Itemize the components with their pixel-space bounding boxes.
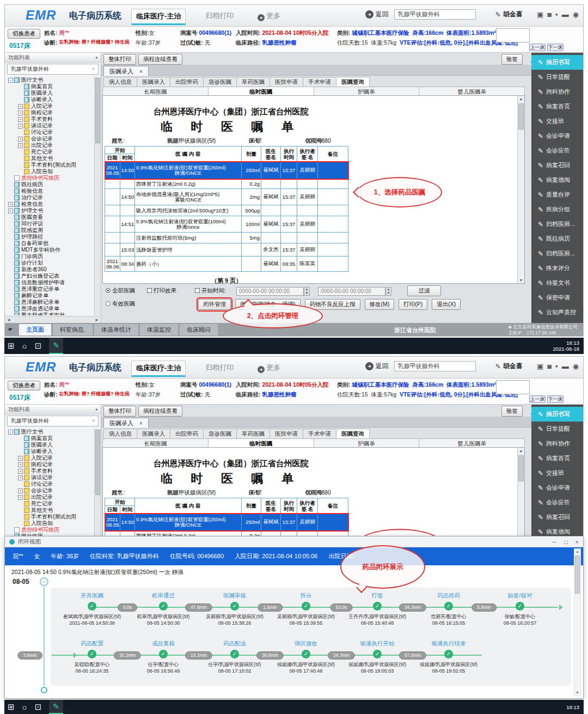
tree-item[interactable]: +手术资料 bbox=[6, 468, 94, 474]
tree-item[interactable]: 产妇分娩登记表 bbox=[6, 273, 94, 279]
status-tab[interactable]: 体温监控 bbox=[140, 324, 178, 335]
inner-tab[interactable]: 手术申请 bbox=[303, 429, 336, 440]
right-menu-item[interactable]: ✎归档医师... bbox=[531, 217, 584, 231]
cortana-icon[interactable]: ○ bbox=[22, 341, 27, 351]
prev-bed-button[interactable]: 上一床 bbox=[529, 395, 546, 403]
emr-app-taskbar-icon[interactable]: ✎ bbox=[49, 700, 63, 714]
back-button[interactable]: ◄ 返回 bbox=[365, 362, 389, 371]
department-dropdown[interactable]: 乳腺甲状腺外科 ˄ bbox=[7, 416, 99, 426]
twisty-icon[interactable]: + bbox=[18, 462, 23, 467]
tree-item[interactable]: 信息数据维护申请 bbox=[6, 279, 94, 286]
scrollbar-thumb[interactable] bbox=[575, 556, 580, 594]
checkbox-print-effect[interactable]: 打印效果 bbox=[147, 287, 176, 295]
tree-item[interactable]: 入院告知 bbox=[6, 520, 94, 527]
tree-item[interactable]: 手术资料(测试勿用 bbox=[6, 514, 94, 520]
tree-item[interactable]: 恩泽重症记录单 bbox=[6, 286, 94, 292]
loop-window-scrollbar[interactable]: ▲ ▼ bbox=[574, 548, 581, 695]
tab-order-entry[interactable]: 医嘱录入 × bbox=[103, 66, 149, 76]
right-menu-item[interactable]: ✎质量自评 bbox=[531, 187, 584, 202]
right-menu-item[interactable]: ✎会诊申请 bbox=[531, 129, 584, 143]
next-bed-button[interactable]: 下一床 bbox=[547, 395, 564, 403]
action-button-修改(M)[interactable]: 修改(M) bbox=[365, 299, 395, 310]
scrollbar-thumb[interactable] bbox=[95, 78, 100, 143]
status-tab[interactable]: 临床顾问 bbox=[180, 324, 218, 335]
window-icon[interactable]: ▣ bbox=[537, 362, 543, 370]
right-menu-item[interactable]: ✎归档医师... bbox=[531, 246, 584, 261]
switch-patient-button[interactable]: 切换患者 bbox=[8, 29, 40, 39]
order-row[interactable]: 2021 08.0514:500.9%氯化钠注射液(软)双管双塞(250ml)静… bbox=[105, 162, 348, 179]
panel-pin-icon[interactable]: ▪ bbox=[95, 405, 97, 414]
task-view-icon[interactable]: ⊡ bbox=[35, 702, 42, 712]
inner-tab[interactable]: 出院带药 bbox=[170, 429, 204, 440]
user-icon[interactable]: ◙ bbox=[547, 10, 552, 19]
right-menu-item[interactable]: ✎保密申请 bbox=[531, 290, 584, 305]
status-tab[interactable]: 体温单统计 bbox=[94, 324, 138, 335]
nav-tab[interactable]: 归档打印 bbox=[201, 361, 238, 377]
radio-all-orders[interactable]: 全部医嘱 bbox=[106, 287, 135, 295]
maximize-icon[interactable]: □ bbox=[564, 539, 568, 545]
tree-item[interactable]: 病案首页 bbox=[6, 435, 94, 442]
twisty-icon[interactable]: + bbox=[18, 143, 23, 148]
tree-horizontal-scrollbar[interactable]: ◄ ► bbox=[5, 316, 101, 323]
right-menu-item[interactable]: ✎病案召回 bbox=[531, 158, 584, 173]
action-button-打印(P)[interactable]: 打印(P) bbox=[399, 299, 427, 310]
tree-item[interactable]: 诊断录入 bbox=[6, 448, 94, 455]
tree-item[interactable]: 门诊病历 bbox=[6, 253, 94, 260]
tree-item[interactable]: +会诊记录 bbox=[6, 487, 94, 494]
tree-item[interactable]: +入院记录 bbox=[6, 455, 94, 461]
right-menu-item[interactable]: ✎会诊应答 bbox=[531, 143, 584, 158]
sheet-scrollbar[interactable]: ▲ ▼ bbox=[517, 96, 524, 283]
tree-item[interactable]: 医嘱录入 bbox=[6, 90, 94, 96]
inner-tab[interactable]: 医嘱查询 bbox=[336, 77, 370, 88]
department-dropdown[interactable]: 乳腺甲状腺外科 ˄ bbox=[7, 64, 99, 75]
tree-item[interactable]: 同行评议 bbox=[6, 221, 94, 227]
power-icon[interactable]: ◉ bbox=[573, 362, 579, 370]
right-menu-item[interactable]: ✎病案借阅 bbox=[531, 524, 584, 536]
order-row[interactable]: 14:50布地奈德混悬液(吸入用)(1mg/2ml*5)雾吸/ONCE2mg崔斌… bbox=[105, 189, 348, 205]
twisty-icon[interactable]: + bbox=[8, 209, 13, 213]
nav-tab[interactable]: 临床医疗-主治 bbox=[131, 9, 186, 25]
tree-item[interactable]: 新患者360 bbox=[6, 266, 94, 273]
tree-item[interactable]: 死亡记录 bbox=[6, 149, 94, 155]
cortana-icon[interactable]: ○ bbox=[22, 703, 27, 712]
tree-item[interactable]: 手术资料(测试勿用 bbox=[6, 162, 94, 168]
tree-item[interactable]: +会诊记录 bbox=[6, 136, 94, 142]
tree-item[interactable]: 病案首页 bbox=[6, 83, 94, 90]
twisty-icon[interactable]: + bbox=[18, 117, 23, 122]
right-menu-item[interactable]: ✎日常提醒 bbox=[531, 70, 584, 84]
right-menu-item[interactable]: ✎跨科协作 bbox=[531, 436, 584, 451]
inner-tab[interactable]: 医嘱查询 bbox=[336, 429, 370, 440]
switch-patient-button[interactable]: 切换患者 bbox=[8, 381, 40, 390]
twisty-icon[interactable]: + bbox=[18, 469, 23, 474]
tree-item[interactable]: +手术资料 bbox=[6, 116, 94, 123]
action-button-闭环管理[interactable]: 闭环管理 bbox=[198, 299, 231, 310]
prev-bed-button[interactable]: 上一床 bbox=[529, 44, 546, 51]
taskbar-clock[interactable]: 18:13 2021-08-18 bbox=[553, 340, 579, 352]
inner-tab[interactable]: 草药医嘱 bbox=[237, 429, 270, 440]
twisty-icon[interactable]: + bbox=[18, 137, 23, 142]
scroll-up-icon[interactable]: ▲ bbox=[574, 550, 580, 553]
order-row[interactable]: 注射用盐酸托烷司琼(5mg)5mg bbox=[105, 233, 348, 243]
tree-item[interactable]: 死亡记录 bbox=[6, 501, 94, 507]
minimize-icon[interactable]: ▪ bbox=[555, 10, 558, 19]
inner-tab[interactable]: 病人信息 bbox=[103, 77, 137, 88]
department-select[interactable]: 乳腺甲状腺外科 bbox=[394, 9, 476, 20]
user-icon[interactable]: ◙ bbox=[547, 362, 552, 370]
datetime-to[interactable]: 0000-00-00 00:00:00▲▼ bbox=[318, 287, 391, 296]
tree-item[interactable]: MDT多学科协作 bbox=[6, 247, 94, 253]
action-button-退出(X)[interactable]: 退出(X) bbox=[432, 299, 461, 310]
right-menu-item[interactable]: ✎病案首页 bbox=[531, 451, 584, 466]
status-tab[interactable]: 科室病总. bbox=[53, 324, 93, 335]
tree-item[interactable]: 诊疗计划 bbox=[6, 260, 94, 266]
spinner-icon[interactable]: ▲▼ bbox=[385, 287, 391, 296]
right-menu-item[interactable]: ✎会诊应答 bbox=[531, 495, 584, 510]
tree-item[interactable]: 重大疑难手术审批 bbox=[6, 312, 94, 315]
verify-sign-button[interactable]: 验签 bbox=[501, 406, 523, 417]
print-whole-button[interactable]: 整体打印 bbox=[103, 406, 136, 417]
right-menu-item[interactable]: ✎病历书写 bbox=[531, 407, 584, 422]
close-icon[interactable]: × bbox=[139, 420, 143, 426]
tree-item[interactable]: 讨论记录 bbox=[6, 129, 94, 136]
scrollbar-thumb[interactable] bbox=[518, 455, 524, 481]
right-menu-item[interactable]: ✎终末评分 bbox=[531, 261, 584, 276]
twisty-icon[interactable]: + bbox=[18, 124, 23, 129]
